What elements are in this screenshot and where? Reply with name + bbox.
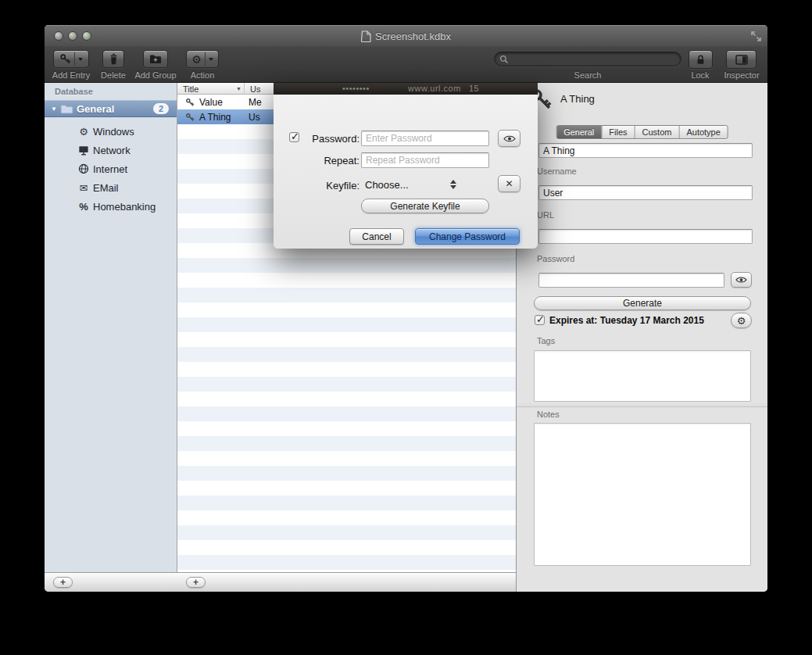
sidebar-group-general[interactable]: ▼ General 2 bbox=[45, 100, 177, 117]
lock-label: Lock bbox=[682, 70, 718, 80]
add-group-button[interactable] bbox=[143, 50, 168, 68]
delete-label: Delete bbox=[96, 70, 131, 80]
fullscreen-icon[interactable] bbox=[751, 31, 761, 41]
add-entry-label: Add Entry bbox=[48, 70, 94, 80]
disclosure-triangle-icon[interactable]: ▼ bbox=[51, 106, 60, 113]
dropdown-arrow-icon bbox=[78, 58, 83, 61]
search-input[interactable] bbox=[509, 54, 676, 65]
dropdown-arrow-icon bbox=[209, 58, 213, 61]
obscured-url: www.url.com bbox=[408, 84, 461, 93]
section-divider bbox=[517, 406, 767, 407]
expires-label: Expires at: Tuesday 17 March 2015 bbox=[549, 315, 704, 326]
lock-icon bbox=[696, 54, 706, 66]
key-icon bbox=[185, 113, 195, 122]
tab-autotype[interactable]: Autotype bbox=[679, 126, 727, 138]
sheet-show-password-button[interactable] bbox=[498, 130, 520, 147]
password-enable-checkbox[interactable]: ✓ bbox=[289, 132, 299, 142]
inspector-entry-title: A Thing bbox=[560, 93, 595, 105]
new-password-input[interactable] bbox=[361, 131, 489, 146]
button-divider bbox=[74, 52, 75, 66]
sidebar: Database ▼ General 2 ⚙ Windows bbox=[45, 83, 177, 572]
sidebar-item-homebanking[interactable]: % Homebanking bbox=[45, 197, 177, 216]
document-proxy-icon bbox=[361, 30, 371, 42]
notes-input[interactable] bbox=[534, 423, 751, 566]
inspector-panel-icon bbox=[735, 55, 748, 65]
tab-files[interactable]: Files bbox=[602, 126, 635, 138]
close-icon: ✕ bbox=[505, 178, 513, 189]
app-window: Screenshot.kdbx Add Entry Delete bbox=[45, 25, 767, 592]
titlebar: Screenshot.kdbx bbox=[45, 25, 767, 47]
entry-username-cell: Us bbox=[249, 112, 260, 123]
eye-icon bbox=[735, 276, 747, 284]
display-icon bbox=[77, 145, 90, 156]
expires-options-button[interactable]: ⚙ bbox=[731, 313, 752, 328]
folder-icon bbox=[60, 104, 73, 114]
keyfile-popup[interactable]: Choose... bbox=[361, 177, 494, 193]
keyfile-popup-value: Choose... bbox=[365, 179, 409, 191]
column-header-title[interactable]: Title ▼ bbox=[177, 83, 245, 95]
inspector-button[interactable] bbox=[726, 50, 757, 69]
globe-icon bbox=[77, 163, 90, 174]
add-folder-icon bbox=[149, 54, 162, 64]
sidebar-bottom-bar: + bbox=[45, 572, 177, 592]
add-entry-button[interactable] bbox=[53, 50, 89, 68]
add-group-plus-button[interactable]: + bbox=[53, 577, 73, 588]
url-field[interactable] bbox=[538, 229, 753, 244]
password-field[interactable] bbox=[538, 273, 724, 288]
tab-custom[interactable]: Custom bbox=[635, 126, 680, 138]
add-entry-plus-button[interactable]: + bbox=[186, 577, 206, 588]
obscured-modified: 15 bbox=[469, 84, 479, 93]
entry-title-cell: A Thing bbox=[199, 112, 246, 123]
search-label: Search bbox=[564, 70, 611, 80]
username-field[interactable] bbox=[538, 185, 753, 200]
sheet-body bbox=[274, 95, 538, 249]
tags-label: Tags bbox=[537, 336, 555, 345]
generate-keyfile-button[interactable]: Generate Keyfile bbox=[361, 199, 489, 213]
action-button[interactable]: ⚙ bbox=[186, 50, 219, 68]
add-group-label: Add Group bbox=[134, 70, 177, 80]
envelope-icon: ✉ bbox=[77, 182, 90, 194]
list-bottom-bar: + bbox=[177, 572, 516, 592]
sidebar-item-internet[interactable]: Internet bbox=[45, 159, 177, 178]
generate-password-button[interactable]: Generate bbox=[534, 296, 751, 310]
delete-button[interactable] bbox=[102, 50, 124, 68]
tags-input[interactable] bbox=[534, 350, 751, 402]
sheet-keyfile-label: Keyfile: bbox=[303, 180, 359, 191]
obscured-entry-row: •••••••• www.url.com 15 bbox=[274, 83, 538, 95]
gear-icon: ⚙ bbox=[737, 315, 746, 327]
obscured-password-dots: •••••••• bbox=[342, 84, 370, 93]
sheet-password-label: Password: bbox=[303, 133, 359, 145]
check-icon: ✓ bbox=[536, 313, 545, 325]
gear-icon: ⚙ bbox=[191, 54, 202, 65]
lock-button[interactable] bbox=[689, 50, 713, 69]
popup-stepper-icon bbox=[450, 180, 456, 189]
window-title: Screenshot.kdbx bbox=[375, 30, 451, 42]
inspector-tabs: General Files Custom Autotype bbox=[556, 125, 728, 139]
key-icon bbox=[59, 53, 71, 65]
entry-title-cell: Value bbox=[199, 97, 246, 108]
inspector-panel: A Thing General Files Custom Autotype Us… bbox=[516, 83, 767, 592]
entry-username-cell: Me bbox=[249, 97, 262, 108]
notes-label: Notes bbox=[537, 410, 560, 419]
sidebar-item-network[interactable]: Network bbox=[45, 141, 177, 159]
count-badge: 2 bbox=[153, 103, 169, 114]
username-label: Username bbox=[537, 166, 577, 176]
clear-keyfile-button[interactable]: ✕ bbox=[498, 175, 520, 192]
gear-icon: ⚙ bbox=[77, 126, 90, 138]
repeat-password-input[interactable] bbox=[361, 152, 489, 168]
percent-icon: % bbox=[77, 201, 90, 213]
sidebar-section-header: Database bbox=[55, 87, 93, 96]
action-label: Action bbox=[181, 70, 224, 80]
sort-arrow-icon: ▼ bbox=[236, 86, 241, 91]
show-password-button[interactable] bbox=[731, 272, 752, 288]
cancel-button[interactable]: Cancel bbox=[349, 228, 404, 245]
expires-checkbox[interactable]: ✓ bbox=[535, 315, 545, 325]
sidebar-item-windows[interactable]: ⚙ Windows bbox=[45, 122, 177, 141]
search-field[interactable] bbox=[494, 52, 681, 66]
change-password-button[interactable]: Change Password bbox=[415, 228, 520, 245]
tab-general[interactable]: General bbox=[556, 126, 602, 138]
title-field[interactable] bbox=[538, 143, 753, 158]
sheet-repeat-label: Repeat: bbox=[303, 155, 359, 166]
eye-icon bbox=[503, 134, 516, 143]
sidebar-item-email[interactable]: ✉ EMail bbox=[45, 178, 177, 197]
